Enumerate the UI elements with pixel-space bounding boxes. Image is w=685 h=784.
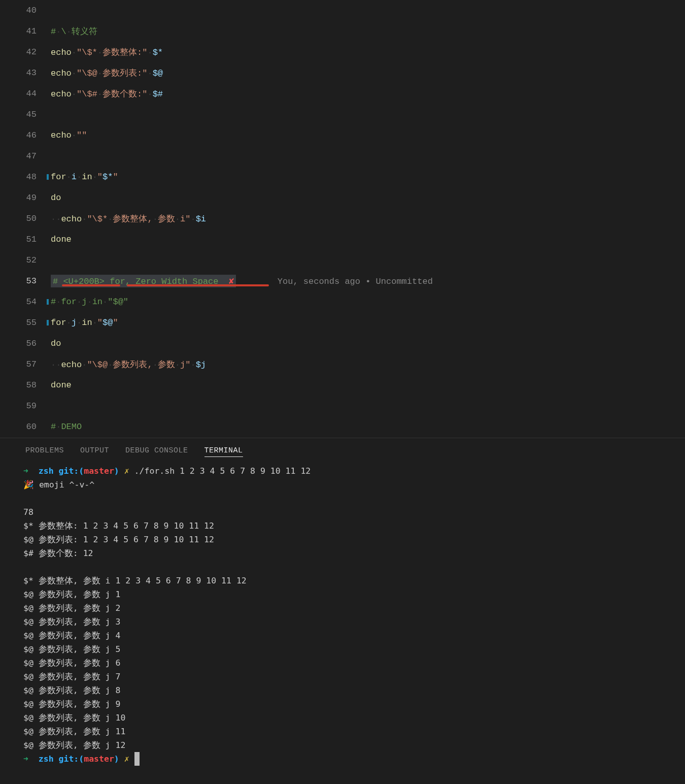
code-content[interactable]: for·j·in·"$@" bbox=[51, 318, 685, 328]
line-number: 60 bbox=[0, 422, 51, 432]
code-line[interactable]: 45 bbox=[0, 104, 685, 125]
code-line[interactable]: 42echo·"\$*·参数整体:"·$* bbox=[0, 42, 685, 62]
code-content[interactable]: ··echo·"\$*·参数整体,·参数·i"·$i bbox=[51, 213, 685, 224]
code-content[interactable]: ··echo·"\$@·参数列表,·参数·j"·$j bbox=[51, 358, 685, 370]
line-number: 43 bbox=[0, 68, 51, 78]
terminal-output[interactable]: ➜ zsh git:(master) ✗ ./for.sh 1 2 3 4 5 … bbox=[0, 462, 685, 768]
code-content[interactable]: echo·"\$@·参数列表:"·$@ bbox=[51, 67, 685, 79]
panel-tabs: PROBLEMS OUTPUT DEBUG CONSOLE TERMINAL bbox=[0, 442, 685, 462]
line-number: 50 bbox=[0, 214, 51, 223]
git-modified-indicator bbox=[47, 299, 49, 305]
line-number: 59 bbox=[0, 401, 51, 411]
bottom-panel: PROBLEMS OUTPUT DEBUG CONSOLE TERMINAL ➜… bbox=[0, 438, 685, 784]
code-line[interactable]: 41#·\·转义符 bbox=[0, 21, 685, 42]
code-content[interactable]: #·<U+200B>·for,·Zero·Width·Space ✘ You, … bbox=[51, 275, 685, 287]
code-line[interactable]: 54#·for·j·in·"$@" bbox=[0, 291, 685, 312]
line-number: 48 bbox=[0, 172, 51, 182]
line-number: 51 bbox=[0, 235, 51, 244]
tab-output[interactable]: OUTPUT bbox=[80, 446, 109, 457]
git-modified-indicator bbox=[47, 174, 49, 180]
line-number: 45 bbox=[0, 110, 51, 119]
line-number: 52 bbox=[0, 255, 51, 265]
code-content[interactable]: for·i·in·"$*" bbox=[51, 172, 685, 182]
tab-problems[interactable]: PROBLEMS bbox=[25, 446, 64, 457]
code-editor[interactable]: 4041#·\·转义符42echo·"\$*·参数整体:"·$*43echo·"… bbox=[0, 0, 685, 438]
code-content[interactable]: echo·"" bbox=[51, 130, 685, 140]
line-number: 41 bbox=[0, 26, 51, 36]
code-content[interactable]: done bbox=[51, 380, 685, 390]
git-modified-indicator bbox=[47, 320, 49, 325]
line-number: 49 bbox=[0, 193, 51, 203]
line-number: 42 bbox=[0, 47, 51, 57]
code-content[interactable]: #·DEMO bbox=[51, 422, 685, 432]
code-line[interactable]: 47 bbox=[0, 146, 685, 167]
code-content[interactable]: #·for·j·in·"$@" bbox=[51, 297, 685, 307]
line-number: 58 bbox=[0, 380, 51, 390]
code-line[interactable]: 52 bbox=[0, 250, 685, 271]
line-number: 57 bbox=[0, 360, 51, 369]
tab-terminal[interactable]: TERMINAL bbox=[204, 446, 243, 457]
line-number: 53 bbox=[0, 276, 51, 286]
line-number: 40 bbox=[0, 6, 51, 15]
code-line[interactable]: 49do bbox=[0, 187, 685, 208]
code-line[interactable]: 60#·DEMO bbox=[0, 416, 685, 437]
code-line[interactable]: 40 bbox=[0, 0, 685, 21]
code-line[interactable]: 43echo·"\$@·参数列表:"·$@ bbox=[0, 62, 685, 83]
line-number: 44 bbox=[0, 89, 51, 99]
line-number: 46 bbox=[0, 130, 51, 140]
code-line[interactable]: 59 bbox=[0, 396, 685, 416]
annotation-underline bbox=[62, 284, 120, 286]
code-line[interactable]: 46echo·"" bbox=[0, 125, 685, 146]
line-number: 56 bbox=[0, 339, 51, 348]
code-content[interactable]: echo·"\$*·参数整体:"·$* bbox=[51, 46, 685, 58]
line-number: 55 bbox=[0, 318, 51, 328]
code-content[interactable]: #·\·转义符 bbox=[51, 25, 685, 37]
annotation-underline bbox=[127, 284, 269, 286]
line-number: 54 bbox=[0, 297, 51, 307]
code-line[interactable]: 53#·<U+200B>·for,·Zero·Width·Space ✘ You… bbox=[0, 271, 685, 291]
code-line[interactable]: 51done bbox=[0, 229, 685, 250]
code-line[interactable]: 48for·i·in·"$*" bbox=[0, 167, 685, 187]
code-content[interactable]: do bbox=[51, 193, 685, 203]
code-line[interactable]: 56do bbox=[0, 333, 685, 354]
code-content[interactable]: echo·"\$#·参数个数:"·$# bbox=[51, 88, 685, 100]
code-content[interactable]: done bbox=[51, 235, 685, 244]
code-line[interactable]: 50··echo·"\$*·参数整体,·参数·i"·$i bbox=[0, 208, 685, 229]
code-line[interactable]: 55for·j·in·"$@" bbox=[0, 312, 685, 333]
code-line[interactable]: 44echo·"\$#·参数个数:"·$# bbox=[0, 83, 685, 104]
line-number: 47 bbox=[0, 151, 51, 161]
code-line[interactable]: 58done bbox=[0, 375, 685, 396]
code-content[interactable]: do bbox=[51, 339, 685, 348]
tab-debug[interactable]: DEBUG CONSOLE bbox=[125, 446, 188, 457]
code-line[interactable]: 57··echo·"\$@·参数列表,·参数·j"·$j bbox=[0, 354, 685, 375]
